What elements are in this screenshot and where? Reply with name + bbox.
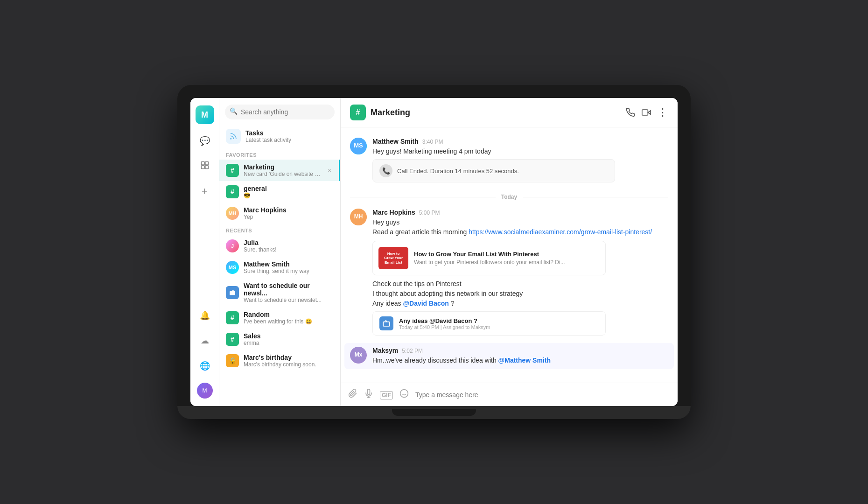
add-icon: + bbox=[202, 185, 208, 197]
phone-button[interactable] bbox=[626, 108, 635, 117]
tasks-item[interactable]: Tasks Latest task activity bbox=[219, 124, 340, 148]
chat-input-bar: GIF bbox=[341, 383, 678, 406]
bell-icon: 🔔 bbox=[200, 310, 210, 321]
marc-name: Marc Hopkins bbox=[244, 206, 334, 214]
marc-msg-text1: Hey guys bbox=[372, 217, 668, 227]
today-divider: Today bbox=[350, 194, 668, 200]
maksym-msg-text: Hm..we've already discussed this idea wi… bbox=[372, 356, 668, 365]
general-channel-preview: 😎 bbox=[244, 192, 334, 199]
marc-avatar: MH bbox=[226, 207, 239, 220]
cloud-button[interactable]: ☁ bbox=[196, 332, 213, 349]
chat-messages: MS Matthew Smith 3:40 PM Hey guys! Marke… bbox=[341, 127, 678, 383]
matthew-preview: Sure thing, send it my way bbox=[244, 268, 334, 274]
sales-name: Sales bbox=[244, 332, 334, 340]
contacts-nav-button[interactable] bbox=[196, 158, 213, 175]
newsletter-preview: Want to schedule our newslet... bbox=[244, 297, 334, 303]
mic-button[interactable] bbox=[364, 389, 373, 400]
laptop-base bbox=[177, 406, 691, 419]
chat-header: # Marketing bbox=[341, 98, 678, 127]
search-bar: 🔍 bbox=[219, 98, 340, 124]
video-button[interactable] bbox=[642, 108, 651, 117]
chat-main: # Marketing bbox=[341, 98, 678, 406]
matthew-msg-avatar: MS bbox=[350, 138, 367, 154]
sidebar-item-newsletter[interactable]: Want to schedule our newsl... Want to sc… bbox=[219, 278, 340, 307]
task-card: Any ideas @David Bacon ? Today at 5:40 P… bbox=[372, 311, 606, 336]
search-icon: 🔍 bbox=[230, 107, 238, 115]
sidebar-user-avatar[interactable]: M bbox=[197, 383, 213, 399]
sidebar-item-general[interactable]: # general 😎 bbox=[219, 181, 340, 203]
svg-text:Mx: Mx bbox=[355, 351, 363, 358]
more-icon: ⋮ bbox=[658, 106, 668, 119]
julia-name: Julia bbox=[244, 239, 334, 246]
sidebar-item-julia[interactable]: J Julia Sure, thanks! bbox=[219, 235, 340, 257]
svg-point-17 bbox=[400, 390, 408, 398]
chat-nav-button[interactable]: 💬 bbox=[196, 133, 213, 149]
search-input[interactable] bbox=[225, 105, 335, 119]
message-row: MS Matthew Smith 3:40 PM Hey guys! Marke… bbox=[350, 135, 668, 188]
task-title: Any ideas @David Bacon ? bbox=[399, 317, 599, 324]
close-marketing-button[interactable]: × bbox=[325, 166, 334, 175]
birthday-preview: Marc's birthday coming soon. bbox=[244, 361, 334, 368]
marc-text4: I thought about adopting this network in… bbox=[372, 289, 668, 299]
chat-channel-icon: # bbox=[350, 105, 366, 120]
svg-rect-7 bbox=[642, 110, 648, 115]
task-sub: Today at 5:40 PM | Assigned to Maksym bbox=[399, 324, 599, 330]
article-link[interactable]: https://www.socialmediaexaminer.com/grow… bbox=[469, 228, 652, 236]
chat-bubble-icon: 💬 bbox=[200, 136, 210, 146]
marc-text5: Any ideas @David Bacon ? bbox=[372, 299, 668, 308]
task-card-icon bbox=[379, 316, 393, 330]
marketing-channel-name: Marketing bbox=[244, 163, 321, 171]
svg-rect-2 bbox=[201, 165, 204, 168]
globe-button[interactable]: 🌐 bbox=[196, 357, 213, 374]
gif-button[interactable]: GIF bbox=[380, 390, 393, 399]
sidebar-item-random[interactable]: # Random I've been waiting for this 😀 bbox=[219, 307, 340, 329]
call-ended-icon: 📞 bbox=[379, 164, 392, 177]
tasks-subtitle: Latest task activity bbox=[245, 137, 291, 143]
svg-rect-12 bbox=[383, 322, 389, 326]
maksym-msg-time: 5:02 PM bbox=[402, 348, 423, 354]
sidebar-item-marketing[interactable]: # Marketing New card 'Guide on website o… bbox=[219, 160, 340, 181]
notifications-button[interactable]: 🔔 bbox=[196, 307, 213, 324]
tasks-name: Tasks bbox=[245, 129, 291, 137]
marc-msg-sender: Marc Hopkins bbox=[372, 209, 415, 216]
icon-sidebar: M 💬 + bbox=[190, 98, 219, 406]
svg-marker-6 bbox=[648, 111, 651, 114]
more-options-button[interactable]: ⋮ bbox=[658, 106, 668, 119]
marc-msg-time: 5:00 PM bbox=[419, 210, 440, 216]
cloud-icon: ☁ bbox=[201, 336, 209, 346]
user-avatar-main[interactable]: M bbox=[196, 105, 214, 124]
link-title: How to Grow Your Email List With Pintere… bbox=[414, 251, 600, 258]
newsletter-icon bbox=[226, 286, 239, 299]
channel-sidebar: 🔍 Tasks Latest task activity bbox=[219, 98, 341, 406]
marc-msg-text2: Read a great article this morning https:… bbox=[372, 227, 668, 237]
marc-preview: Yep bbox=[244, 214, 334, 220]
laptop-frame: M 💬 + bbox=[177, 85, 691, 419]
link-preview-card: How toGrow YourEmail List How to Grow Yo… bbox=[372, 241, 606, 275]
david-bacon-mention: @David Bacon bbox=[403, 300, 448, 307]
sidebar-item-marcs-birthday[interactable]: 🔒 Marc's birthday Marc's birthday coming… bbox=[219, 350, 340, 371]
random-icon: # bbox=[226, 311, 239, 324]
add-button[interactable]: + bbox=[196, 183, 213, 200]
sales-icon: # bbox=[226, 333, 239, 346]
julia-avatar: J bbox=[226, 239, 239, 252]
sidebar-item-sales[interactable]: # Sales emma bbox=[219, 329, 340, 350]
message-input[interactable] bbox=[415, 391, 670, 399]
gif-icon: GIF bbox=[380, 391, 393, 399]
matthew-mention: @Matthew Smith bbox=[498, 357, 551, 364]
tasks-icon bbox=[226, 129, 241, 144]
call-ended-text: Call Ended. Duration 14 minutes 52 secon… bbox=[397, 168, 519, 175]
emoji-button[interactable] bbox=[399, 389, 409, 400]
marketing-channel-preview: New card 'Guide on website o... bbox=[244, 171, 321, 177]
laptop-notch bbox=[392, 409, 476, 416]
sidebar-item-matthew-smith[interactable]: MS Matthew Smith Sure thing, send it my … bbox=[219, 257, 340, 278]
svg-rect-1 bbox=[205, 161, 208, 165]
birthday-name: Marc's birthday bbox=[244, 354, 334, 361]
message-row: MH Marc Hopkins 5:00 PM Hey guys Read a … bbox=[350, 206, 668, 341]
matthew-name: Matthew Smith bbox=[244, 260, 334, 268]
random-name: Random bbox=[244, 311, 334, 318]
globe-icon: 🌐 bbox=[200, 361, 210, 371]
sidebar-item-marc-hopkins[interactable]: MH Marc Hopkins Yep bbox=[219, 203, 340, 224]
attachment-button[interactable] bbox=[348, 389, 357, 400]
svg-rect-0 bbox=[201, 161, 204, 165]
svg-rect-3 bbox=[205, 165, 208, 168]
